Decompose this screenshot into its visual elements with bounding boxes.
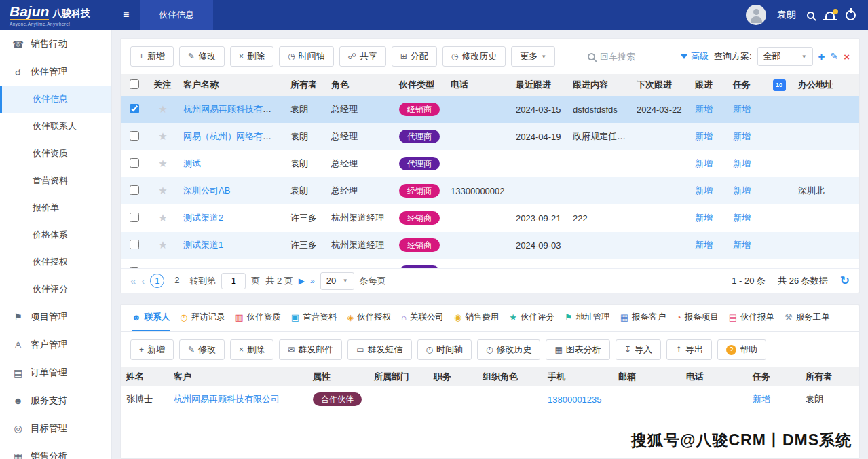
task-add-link[interactable]: 新增 — [733, 185, 751, 196]
detail-tab[interactable]: ⌂ 关联公司 — [401, 305, 444, 331]
sidebar-item[interactable]: 报价单 — [0, 194, 111, 221]
select-all-checkbox[interactable] — [130, 79, 139, 89]
detail-tab[interactable]: ▣ 首营资料 — [291, 305, 337, 331]
sidebar-item[interactable]: ☎ 销售行动 — [0, 30, 111, 58]
add-scheme-icon[interactable]: + — [818, 51, 825, 62]
calendar-icon[interactable]: 10 — [773, 79, 786, 91]
star-icon[interactable]: ★ — [158, 103, 167, 115]
goto-page-input[interactable] — [221, 273, 246, 289]
menu-toggle-icon[interactable]: ≡ — [123, 9, 129, 21]
sidebar-item[interactable]: ⚑ 项目管理 — [0, 303, 111, 331]
sidebar-item[interactable]: 伙伴信息 — [0, 86, 111, 113]
star-icon[interactable]: ★ — [158, 212, 167, 223]
detail-tab[interactable]: ▤ 伙伴报单 — [729, 305, 774, 331]
contact-toolbar-button[interactable]: ◷ 修改历史 — [477, 339, 540, 360]
detail-tab[interactable]: ⚑ 地址管理 — [565, 305, 610, 331]
partner-name-link[interactable]: 网易（杭州）网络有限公司 — [183, 131, 285, 141]
sidebar-item[interactable]: 伙伴联系人 — [0, 113, 111, 140]
row-checkbox[interactable] — [130, 267, 139, 269]
partner-row[interactable]: ★ 测试渠道1 许三多 杭州渠道经理 经销商 2024-09-03 新增 — [121, 232, 859, 259]
power-icon[interactable] — [846, 10, 856, 20]
detail-tab[interactable]: ⚒ 服务工单 — [785, 305, 830, 331]
task-add-link[interactable]: 新增 — [733, 240, 751, 250]
delete-scheme-icon[interactable]: × — [844, 52, 850, 62]
toolbar-button[interactable]: ⊞ 分配 — [392, 46, 437, 67]
toolbar-button[interactable]: 更多 ▼ — [511, 46, 555, 67]
partner-row[interactable]: ★ 代理商 — [121, 259, 859, 268]
detail-tab[interactable]: ◷ 拜访记录 — [180, 305, 225, 331]
partner-row[interactable]: ★ 深圳公司AB 袁朗 总经理 经销商 13300000002 新增 新增 — [121, 177, 859, 204]
sidebar-item[interactable]: 伙伴授权 — [0, 249, 111, 276]
task-add-link[interactable]: 新增 — [733, 213, 751, 223]
partner-name-link[interactable]: 测试渠道1 — [183, 240, 223, 250]
star-icon[interactable]: ★ — [158, 239, 167, 251]
notifications-bell-icon[interactable] — [825, 12, 835, 19]
toolbar-button[interactable]: ✎ 修改 — [179, 46, 225, 67]
search-icon[interactable] — [807, 12, 814, 19]
detail-tab[interactable]: ◈ 伙伴授权 — [347, 305, 391, 331]
star-icon[interactable]: ★ — [158, 158, 167, 169]
follow-add-link[interactable]: 新增 — [695, 240, 713, 250]
contact-toolbar-button[interactable]: × 删除 — [230, 339, 273, 360]
contact-toolbar-button[interactable]: ✎ 修改 — [179, 339, 225, 360]
star-icon[interactable]: ★ — [158, 130, 167, 142]
contact-toolbar-button[interactable]: + 新增 — [130, 339, 174, 360]
partner-row[interactable]: ★ 测试 袁朗 总经理 代理商 新增 新增 — [121, 150, 859, 177]
last-page-icon[interactable]: » — [310, 277, 315, 285]
row-checkbox[interactable] — [130, 104, 139, 113]
detail-tab[interactable]: ★ 伙伴评分 — [509, 305, 554, 331]
detail-tab[interactable]: ▥ 伙伴资质 — [235, 305, 281, 331]
detail-tab[interactable]: ◉ 销售费用 — [454, 305, 499, 331]
follow-add-link[interactable]: 新增 — [695, 104, 713, 114]
detail-tab[interactable]: ◔ 报备项目 — [676, 305, 719, 331]
task-add-link[interactable]: 新增 — [733, 158, 751, 168]
contact-toolbar-button[interactable]: ✉ 群发邮件 — [279, 339, 342, 360]
partner-row[interactable]: ★ 测试渠道2 许三多 杭州渠道经理 经销商 2023-09-21 222 新增 — [121, 204, 859, 232]
follow-add-link[interactable]: 新增 — [695, 213, 713, 223]
task-add-link[interactable]: 新增 — [733, 104, 751, 114]
tab-partner-info[interactable]: 伙伴信息 — [140, 0, 213, 30]
star-icon[interactable]: ★ — [158, 185, 167, 196]
contact-toolbar-button[interactable]: ◷ 时间轴 — [417, 339, 472, 360]
partner-name-link[interactable]: 测试渠道2 — [183, 213, 223, 223]
sidebar-item[interactable]: 首营资料 — [0, 167, 111, 194]
sidebar-item[interactable]: 伙伴资质 — [0, 140, 111, 167]
contact-row[interactable]: 张博士 杭州网易再顾科技有限公司 合作伙伴 13800001235 新增 袁朗 — [121, 386, 860, 412]
sidebar-item[interactable]: ☻ 服务支持 — [0, 386, 111, 414]
query-scheme-select[interactable]: 全部 ▼ — [757, 47, 813, 66]
contact-toolbar-button[interactable]: ? 帮助 — [717, 339, 766, 360]
toolbar-button[interactable]: ◷ 时间轴 — [279, 46, 333, 67]
prev-page-icon[interactable]: ‹ — [141, 276, 145, 286]
contact-toolbar-button[interactable]: ▭ 群发短信 — [347, 339, 411, 360]
partner-row[interactable]: ★ 杭州网易再顾科技有限公司 袁朗 总经理 经销商 2024-03-15 dsf… — [121, 96, 859, 123]
contact-task-add-link[interactable]: 新增 — [753, 394, 770, 404]
contact-customer-link[interactable]: 杭州网易再顾科技有限公司 — [174, 394, 280, 404]
edit-scheme-icon[interactable]: ✎ — [831, 52, 839, 61]
first-page-icon[interactable]: « — [130, 276, 136, 286]
contact-mobile-link[interactable]: 13800001235 — [548, 394, 602, 405]
star-icon[interactable]: ★ — [158, 266, 167, 268]
follow-add-link[interactable]: 新增 — [695, 131, 713, 141]
partner-name-link[interactable]: 测试 — [183, 158, 201, 168]
sidebar-item[interactable]: ◎ 目标管理 — [0, 414, 111, 442]
sidebar-item[interactable]: ☌ 伙伴管理 — [0, 58, 111, 86]
advanced-filter-link[interactable]: 高级 — [681, 50, 709, 62]
search-input[interactable] — [600, 52, 671, 62]
contact-toolbar-button[interactable]: ▦ 图表分析 — [546, 339, 609, 360]
toolbar-button[interactable]: ◷ 修改历史 — [442, 46, 506, 67]
sidebar-item[interactable]: 伙伴评分 — [0, 276, 111, 303]
toolbar-button[interactable]: + 新增 — [130, 46, 174, 67]
contact-toolbar-button[interactable]: ↧ 导入 — [616, 339, 661, 360]
follow-add-link[interactable]: 新增 — [695, 158, 713, 168]
sidebar-item[interactable]: 价格体系 — [0, 221, 111, 249]
page-size-select[interactable]: 20 ▼ — [320, 272, 354, 290]
detail-tab[interactable]: ▦ 报备客户 — [620, 305, 666, 331]
next-page-icon[interactable]: ▶ — [299, 277, 305, 285]
refresh-icon[interactable]: ↻ — [840, 274, 850, 288]
page-number-2[interactable]: 2 — [170, 274, 184, 288]
detail-tab[interactable]: ☻ 联系人 — [132, 305, 170, 331]
partner-row[interactable]: ★ 网易（杭州）网络有限公司 袁朗 总经理 代理商 2024-04-19 政府规… — [121, 123, 859, 150]
row-checkbox[interactable] — [130, 213, 139, 222]
page-number-1[interactable]: 1 — [150, 274, 164, 288]
row-checkbox[interactable] — [130, 185, 139, 195]
